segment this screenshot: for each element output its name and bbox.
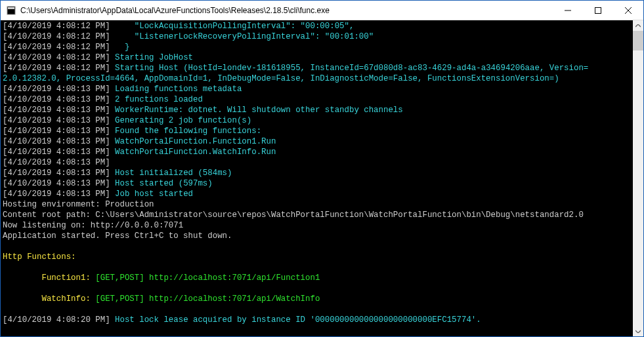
log-text: Host initialized (584ms) [115, 168, 232, 178]
log-text: Now listening on: http://0.0.0.0:7071 [3, 221, 183, 230]
log-timestamp: [4/10/2019 4:08:13 PM] [3, 116, 115, 125]
log-timestamp: [4/10/2019 4:08:13 PM] [3, 95, 115, 104]
log-text: } [115, 43, 129, 52]
function-url: [GET,POST] http://localhost:7071/api/Wat… [91, 294, 320, 304]
log-timestamp: [4/10/2019 4:08:12 PM] [3, 43, 115, 52]
app-icon [6, 5, 16, 16]
svg-rect-1 [8, 7, 14, 9]
log-text: Starting Host (HostId=londev-181618955, … [115, 64, 588, 73]
log-timestamp: [4/10/2019 4:08:13 PM] [3, 168, 115, 178]
log-text: "LockAcquisitionPollingInterval": "00:00… [115, 22, 354, 31]
log-text: Loading functions metadata [115, 85, 242, 94]
log-text: Starting JobHost [115, 53, 193, 62]
log-timestamp: [4/10/2019 4:08:13 PM] [3, 189, 115, 199]
scroll-down-button[interactable] [633, 326, 643, 336]
log-text: WatchPortalFunction.WatchInfo.Run [115, 148, 276, 157]
pad [3, 273, 42, 283]
maximize-button[interactable] [583, 1, 613, 20]
log-timestamp: [4/10/2019 4:08:13 PM] [3, 158, 115, 167]
window-controls [553, 1, 643, 20]
function-name: WatchInfo: [42, 294, 91, 304]
log-timestamp: [4/10/2019 4:08:20 PM] [3, 315, 115, 325]
log-text: Application started. Press Ctrl+C to shu… [3, 231, 232, 241]
log-text: Host started (597ms) [115, 179, 213, 188]
log-text: Found the following functions: [115, 127, 261, 136]
scroll-up-button[interactable] [633, 20, 643, 31]
pad [3, 294, 42, 304]
chevron-down-icon [635, 330, 641, 333]
log-timestamp: [4/10/2019 4:08:12 PM] [3, 64, 115, 73]
function-url: [GET,POST] http://localhost:7071/api/Fun… [91, 273, 320, 283]
log-timestamp: [4/10/2019 4:08:13 PM] [3, 179, 115, 188]
log-text: WorkerRuntime: dotnet. Will shutdown oth… [115, 106, 403, 115]
log-timestamp: [4/10/2019 4:08:12 PM] [3, 53, 115, 62]
log-text: 2.0.12382.0, ProcessId=4664, AppDomainId… [3, 74, 559, 83]
svg-rect-3 [595, 7, 601, 13]
scroll-track[interactable] [633, 31, 643, 326]
minimize-icon [565, 7, 571, 14]
chevron-up-icon [635, 24, 641, 28]
close-icon [625, 7, 632, 14]
window-titlebar: C:\Users\Administrator\AppData\Local\Azu… [1, 1, 643, 20]
console-area: [4/10/2019 4:08:12 PM] "LockAcquisitionP… [1, 20, 643, 336]
close-button[interactable] [613, 1, 643, 20]
log-text: Job host started [115, 189, 193, 199]
http-functions-header: Http Functions: [3, 252, 76, 262]
log-text: WatchPortalFunction.Function1.Run [115, 137, 276, 146]
log-timestamp: [4/10/2019 4:08:13 PM] [3, 127, 115, 136]
log-timestamp: [4/10/2019 4:08:12 PM] [3, 32, 115, 41]
console-output[interactable]: [4/10/2019 4:08:12 PM] "LockAcquisitionP… [1, 20, 633, 336]
log-timestamp: [4/10/2019 4:08:12 PM] [3, 22, 115, 31]
log-timestamp: [4/10/2019 4:08:13 PM] [3, 85, 115, 94]
window-title: C:\Users\Administrator\AppData\Local\Azu… [20, 6, 553, 15]
scroll-thumb[interactable] [633, 31, 643, 50]
log-text: Host lock lease acquired by instance ID … [115, 315, 481, 325]
log-text: Hosting environment: Production [3, 200, 154, 209]
log-timestamp: [4/10/2019 4:08:13 PM] [3, 137, 115, 146]
log-text: "ListenerLockRecoveryPollingInterval": "… [115, 32, 374, 41]
log-text: 2 functions loaded [115, 95, 203, 104]
minimize-button[interactable] [553, 1, 583, 20]
log-text: Content root path: C:\Users\Administrato… [3, 210, 584, 220]
log-text: Generating 2 job function(s) [115, 116, 251, 125]
log-timestamp: [4/10/2019 4:08:13 PM] [3, 148, 115, 157]
log-timestamp: [4/10/2019 4:08:13 PM] [3, 106, 115, 115]
function-name: Function1: [42, 273, 91, 283]
maximize-icon [595, 7, 601, 14]
vertical-scrollbar[interactable] [633, 20, 643, 336]
